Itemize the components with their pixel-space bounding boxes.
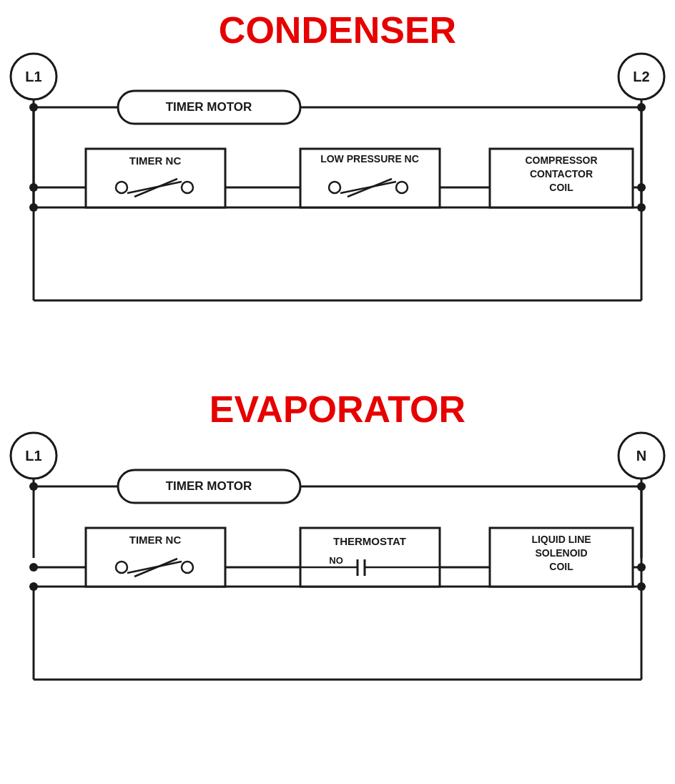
evap-liquid-line-label3: COIL xyxy=(549,561,573,572)
evap-timer-motor-label: TIMER MOTOR xyxy=(166,479,252,493)
condenser-l1-top-dot xyxy=(29,103,38,112)
condenser-lp-nc-right-circle xyxy=(396,182,408,193)
condenser-lp-nc-label: LOW PRESSURE NC xyxy=(320,153,419,165)
condenser-lp-nc-left-circle xyxy=(329,182,340,193)
condenser-cc-coil-label3: COIL xyxy=(549,182,573,193)
evap-liquid-line-label2: SOLENOID xyxy=(535,547,587,559)
condenser-title: CONDENSER xyxy=(219,9,456,51)
evap-timer-nc-label: TIMER NC xyxy=(129,534,182,546)
evaporator-title: EVAPORATOR xyxy=(210,388,465,430)
condenser-l1-label: L1 xyxy=(25,69,41,84)
condenser-timer-motor-label: TIMER MOTOR xyxy=(166,100,252,114)
condenser-timer-nc-label: TIMER NC xyxy=(129,155,182,167)
evaporator-l1-label: L1 xyxy=(25,448,41,464)
condenser-left-bus-dot-nc xyxy=(29,183,38,192)
condenser-cc-coil-label2: CONTACTOR xyxy=(530,168,593,180)
evap-thermostat-no-label: NO xyxy=(329,555,343,566)
condenser-timer-nc-right-circle xyxy=(182,182,193,193)
evap-timer-nc-left-circle xyxy=(116,562,127,573)
diagram-container: CONDENSER L1 L2 TIMER MOTOR TIMER NC xyxy=(0,0,675,784)
evaporator-n-label: N xyxy=(636,448,646,464)
evap-thermostat-label: THERMOSTAT xyxy=(333,535,406,547)
evap-liquid-line-label1: LIQUID LINE xyxy=(531,534,591,545)
condenser-timer-nc-left-circle xyxy=(116,182,127,193)
evap-l1-top-dot xyxy=(29,482,38,491)
evap-timer-nc-right-circle xyxy=(182,562,193,573)
evap-left-bus-dot xyxy=(29,563,38,572)
condenser-l2-label: L2 xyxy=(633,69,649,84)
condenser-cc-coil-label1: COMPRESSOR xyxy=(525,155,597,166)
